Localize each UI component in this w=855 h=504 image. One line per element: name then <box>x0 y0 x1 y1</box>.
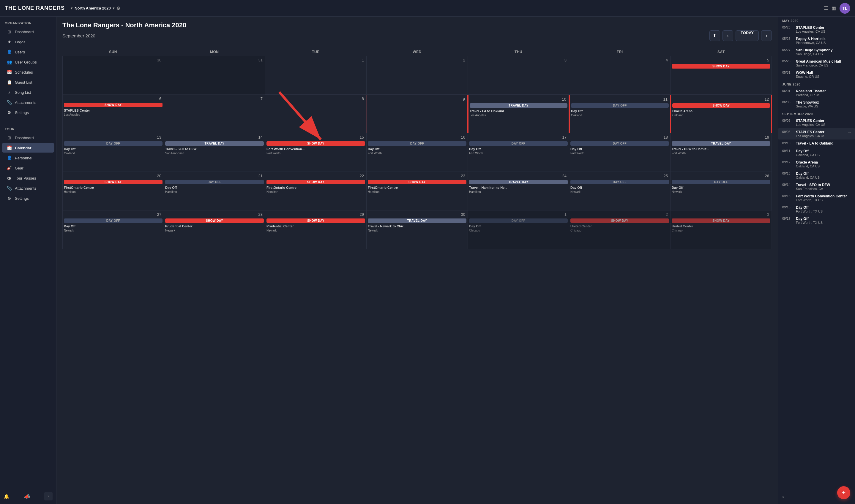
sidebar-item-schedules[interactable]: 📅 Schedules <box>2 67 54 77</box>
agenda-item[interactable]: 05/25STAPLES CenterLos Angeles, CA US <box>778 24 855 35</box>
list-view-icon[interactable]: ☰ <box>824 5 828 11</box>
sidebar-item-calendar[interactable]: 📅 Calendar <box>2 143 54 152</box>
event-badge-show[interactable]: SHOW DAY <box>266 180 365 184</box>
today-button[interactable]: TODAY <box>736 30 759 41</box>
calendar-cell[interactable]: 30 <box>63 56 164 95</box>
agenda-item[interactable]: 09/17Day OffFort Worth, TX US <box>778 215 855 226</box>
calendar-cell[interactable]: 16DAY OFFDay OffFort Worth <box>367 133 468 172</box>
agenda-item[interactable]: 09/05STAPLES CenterLos Angeles, CA US <box>778 117 855 128</box>
sidebar-item-guest-list[interactable]: 📋 Guest List <box>2 77 54 87</box>
event-badge-travel[interactable]: TRAVEL DAY <box>470 103 568 108</box>
agenda-item[interactable]: 06/01Roseland TheaterPortland, OR US <box>778 87 855 98</box>
calendar-cell[interactable]: 21DAY OFFDay OffHamilton <box>164 172 265 211</box>
sidebar-item-tour-attachments[interactable]: 📎 Attachments <box>2 183 54 193</box>
event-badge-show[interactable]: SHOW DAY <box>165 218 264 223</box>
calendar-cell[interactable]: 19TRAVEL DAYTravel - DFW to Hamilt...For… <box>670 133 772 172</box>
calendar-cell[interactable]: 24TRAVEL DAYTravel - Hamilton to Ne...Ha… <box>468 172 569 211</box>
event-badge-show[interactable]: SHOW DAY <box>570 218 669 223</box>
calendar-cell[interactable]: 14TRAVEL DAYTravel - SFO to DFWSan Franc… <box>164 133 265 172</box>
agenda-item[interactable]: 09/12Oracle ArenaOakland, CA US <box>778 159 855 170</box>
agenda-item[interactable]: 09/14Travel - SFO to DFWSan Francisco, C… <box>778 181 855 192</box>
event-badge-show[interactable]: SHOW DAY <box>266 141 365 146</box>
calendar-cell[interactable]: 15SHOW DAYFort Worth Convention...Fort W… <box>265 133 367 172</box>
calendar-cell[interactable]: 7 <box>164 95 265 133</box>
event-badge-show[interactable]: SHOW DAY <box>64 103 162 107</box>
agenda-item[interactable]: 05/28Great American Music HallSan Franci… <box>778 58 855 69</box>
notification-icon[interactable]: 🔔 <box>3 493 10 499</box>
calendar-cell[interactable]: 18DAY OFFDay OffFort Worth <box>569 133 670 172</box>
event-badge-travel[interactable]: TRAVEL DAY <box>368 218 467 223</box>
avatar[interactable]: TL <box>840 3 850 14</box>
sidebar-item-user-groups[interactable]: 👥 User Groups <box>2 57 54 67</box>
share-button[interactable]: ⬆ <box>710 30 720 41</box>
agenda-item[interactable]: 09/15Fort Worth Convention CenterFort Wo… <box>778 192 855 204</box>
sidebar-item-song-list[interactable]: ♪ Song List <box>2 88 54 97</box>
sidebar-item-tour-dashboard[interactable]: ⊞ Dashboard <box>2 133 54 143</box>
calendar-cell[interactable]: 8 <box>265 95 367 133</box>
calendar-cell[interactable]: 25DAY OFFDay OffNewark <box>569 172 670 211</box>
calendar-cell[interactable]: 28SHOW DAYPrudential CenterNewark <box>164 211 265 249</box>
event-badge-travel[interactable]: TRAVEL DAY <box>672 141 770 146</box>
calendar-cell[interactable]: 27DAY OFFDay OffNewark <box>63 211 164 249</box>
calendar-cell[interactable]: 2SHOW DAYUnited CenterChicago <box>569 211 670 249</box>
calendar-cell[interactable]: 1 <box>265 56 367 95</box>
sidebar-item-logos[interactable]: ★ Logos <box>2 37 54 47</box>
sidebar-item-tour-passes[interactable]: 🎟 Tour Passes <box>2 173 54 183</box>
sidebar-item-gear[interactable]: 🎸 Gear <box>2 163 54 173</box>
sidebar-item-users[interactable]: 👤 Users <box>2 47 54 57</box>
agenda-item[interactable]: 09/11Day OffOakland, CA US <box>778 147 855 159</box>
agenda-item[interactable]: 09/13Day OffOakland, CA US <box>778 170 855 181</box>
event-badge-dayoff[interactable]: DAY OFF <box>368 141 467 146</box>
event-badge-show[interactable]: SHOW DAY <box>266 218 365 223</box>
event-badge-dayoff[interactable]: DAY OFF <box>64 218 162 223</box>
event-badge-dayoff[interactable]: DAY OFF <box>469 141 568 146</box>
event-badge-dayoff[interactable]: DAY OFF <box>571 103 669 108</box>
calendar-cell[interactable]: 9 <box>367 95 468 133</box>
agenda-item-more-icon[interactable]: ··· <box>848 130 851 138</box>
calendar-cell[interactable]: 20SHOW DAYFirstOntario CentreHamilton <box>63 172 164 211</box>
calendar-cell[interactable]: 6SHOW DAYSTAPLES CenterLos Angeles <box>63 95 164 133</box>
sidebar-collapse-button[interactable]: » <box>44 492 53 501</box>
panel-expand-button[interactable]: » <box>782 495 784 499</box>
agenda-item[interactable]: 05/31WOW HallEugene, OR US <box>778 69 855 80</box>
event-badge-show[interactable]: SHOW DAY <box>672 64 770 69</box>
event-badge-dayoff[interactable]: DAY OFF <box>64 141 162 146</box>
event-badge-show[interactable]: SHOW DAY <box>672 103 770 108</box>
calendar-cell[interactable]: 5SHOW DAY <box>670 56 772 95</box>
gear-icon[interactable]: ⚙ <box>117 6 120 11</box>
sidebar-item-org-settings[interactable]: ⚙ Settings <box>2 108 54 117</box>
sidebar-item-org-attachments[interactable]: 📎 Attachments <box>2 98 54 107</box>
agenda-item[interactable]: 06/03The ShowboxSeattle, WA US <box>778 98 855 110</box>
calendar-cell[interactable]: 3 <box>468 56 569 95</box>
calendar-view-icon[interactable]: ▦ <box>832 5 836 11</box>
fab-add-button[interactable]: + <box>837 486 850 499</box>
event-badge-dayoff[interactable]: DAY OFF <box>165 180 264 184</box>
event-badge-dayoff[interactable]: DAY OFF <box>570 141 669 146</box>
tour-selector[interactable]: ▾ North America 2020 ▾ ⚙ <box>71 6 120 11</box>
event-badge-travel[interactable]: TRAVEL DAY <box>165 141 264 146</box>
calendar-cell[interactable]: 3SHOW DAYUnited CenterChicago <box>670 211 772 249</box>
megaphone-icon[interactable]: 📣 <box>24 493 30 499</box>
calendar-cell[interactable]: 26DAY OFFDay OffNewark <box>670 172 772 211</box>
sidebar-item-org-dashboard[interactable]: ⊞ Dashboard <box>2 27 54 36</box>
calendar-cell[interactable]: 11DAY OFFDay OffOakland <box>569 95 670 133</box>
agenda-item[interactable]: 05/27San Diego SymphonySan Diego, CA US <box>778 46 855 58</box>
agenda-item[interactable]: 09/16Day OffFort Worth, TX US <box>778 204 855 215</box>
agenda-item[interactable]: 05/26Pappy & Harriet'sPioneertown, CA US <box>778 35 855 46</box>
event-badge-show[interactable]: SHOW DAY <box>64 180 162 184</box>
calendar-cell[interactable]: 10TRAVEL DAYTravel - LA to OaklandLos An… <box>468 95 569 133</box>
prev-month-button[interactable]: ‹ <box>722 30 733 41</box>
event-badge-show[interactable]: SHOW DAY <box>672 218 770 223</box>
event-badge-dayoff[interactable]: DAY OFF <box>469 218 568 223</box>
sidebar-item-tour-settings[interactable]: ⚙ Settings <box>2 194 54 203</box>
calendar-cell[interactable]: 13DAY OFFDay OffOakland <box>63 133 164 172</box>
calendar-cell[interactable]: 31 <box>164 56 265 95</box>
calendar-cell[interactable]: 29SHOW DAYPrudential CenterNewark <box>265 211 367 249</box>
calendar-cell[interactable]: 12SHOW DAYOracle ArenaOakland <box>670 95 772 133</box>
calendar-cell[interactable]: 23SHOW DAYFirstOntario CentreHamilton <box>367 172 468 211</box>
calendar-cell[interactable]: 1DAY OFFDay OffChicago <box>468 211 569 249</box>
calendar-cell[interactable]: 2 <box>367 56 468 95</box>
sidebar-item-personnel[interactable]: 👤 Personnel <box>2 153 54 163</box>
agenda-item[interactable]: 09/10Travel - LA to Oakland <box>778 140 855 147</box>
event-badge-dayoff[interactable]: DAY OFF <box>570 180 669 184</box>
